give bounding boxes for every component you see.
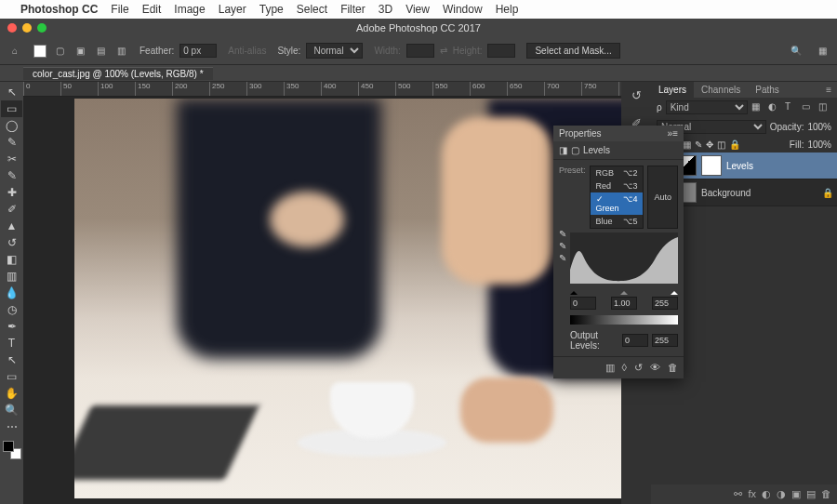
history-icon[interactable]: ↺ [627,86,645,104]
channel-option-blue[interactable]: Blue⌥5 [591,215,644,228]
channel-option-red[interactable]: Red⌥3 [591,179,644,192]
menu-type[interactable]: Type [259,3,284,16]
quick-select-tool[interactable]: ✎ [1,134,22,151]
delete-layer-icon[interactable]: 🗑 [821,488,831,500]
lock-position-icon[interactable]: ✥ [706,139,713,150]
clone-stamp-tool[interactable]: ▲ [1,218,22,234]
type-tool[interactable]: T [1,335,22,351]
black-eyedropper-icon[interactable]: ✎ [559,229,566,239]
view-previous-icon[interactable]: ◊ [622,362,627,374]
eraser-tool[interactable]: ◧ [1,251,22,268]
link-layers-icon[interactable]: ⚯ [734,488,742,500]
window-maximize[interactable] [37,23,46,33]
lock-transparency-icon[interactable]: ▦ [683,139,691,150]
menu-select[interactable]: Select [297,3,327,16]
lock-pixels-icon[interactable]: ✎ [695,139,702,150]
brush-tool[interactable]: ✐ [1,201,22,218]
menu-layer[interactable]: Layer [219,3,246,16]
filter-type-icon[interactable]: T [785,101,798,114]
gradient-tool[interactable]: ▥ [1,268,22,285]
edit-toolbar[interactable]: ⋯ [1,418,22,435]
filter-smart-icon[interactable]: ◫ [818,101,831,114]
tab-channels[interactable]: Channels [694,82,748,98]
window-minimize[interactable] [22,23,32,33]
properties-collapse-icon[interactable]: »≡ [668,128,678,139]
crop-tool[interactable]: ✂ [1,151,22,167]
marquee-tool[interactable]: ▭ [1,100,22,117]
kind-select[interactable]: Kind [666,100,748,114]
zoom-tool[interactable]: 🔍 [1,402,22,418]
menu-view[interactable]: View [405,3,430,16]
layer-mask-thumb[interactable] [701,155,722,176]
rectangle-tool[interactable]: ▭ [1,368,22,385]
filter-shape-icon[interactable]: ▭ [802,101,815,114]
marquee-icon[interactable] [33,45,46,58]
history-brush-tool[interactable]: ↺ [1,234,22,251]
output-gradient[interactable] [570,315,678,325]
layer-group-icon[interactable]: ▣ [791,488,801,500]
input-white[interactable] [652,297,678,310]
new-selection-icon[interactable]: ▢ [52,44,67,59]
menu-file[interactable]: File [111,3,128,16]
eyedropper-tool[interactable]: ✎ [1,167,22,184]
output-white[interactable] [652,334,678,347]
add-selection-icon[interactable]: ▣ [73,44,87,59]
channel-option-green[interactable]: ✓ Green⌥4 [591,192,644,215]
feather-input[interactable] [179,44,217,58]
menu-help[interactable]: Help [496,3,519,16]
spot-heal-tool[interactable]: ✚ [1,184,22,201]
layer-fx-icon[interactable]: fx [748,488,756,500]
menu-image[interactable]: Image [174,3,205,16]
layer-mask-icon[interactable]: ◐ [762,488,771,500]
menu-edit[interactable]: Edit [142,3,162,16]
input-mid[interactable] [611,297,637,310]
lock-artboard-icon[interactable]: ◫ [717,139,725,150]
menu-filter[interactable]: Filter [340,3,365,16]
document-canvas[interactable] [74,99,621,498]
fill-value[interactable]: 100% [807,139,831,150]
properties-panel[interactable]: Properties »≡ ◨ ▢ Levels Preset: RGB⌥2Re… [553,126,684,378]
adjustment-layer-icon[interactable]: ◑ [777,488,786,500]
tab-layers[interactable]: Layers [651,82,694,98]
input-black[interactable] [570,297,596,310]
document-tab[interactable]: color_cast.jpg @ 100% (Levels, RGB/8) * [23,67,213,80]
output-black[interactable] [622,334,648,347]
filter-pixel-icon[interactable]: ▦ [751,101,764,114]
titlebar: Adobe Photoshop CC 2017 [0,19,837,37]
workspace-icon[interactable]: ▦ [815,44,830,59]
channel-option-rgb[interactable]: RGB⌥2 [591,166,644,179]
input-sliders[interactable] [570,287,678,297]
panel-menu-icon[interactable]: ≡ [820,82,837,98]
window-close[interactable] [7,23,17,33]
lasso-tool[interactable]: ◯ [1,117,22,134]
blur-tool[interactable]: 💧 [1,285,22,301]
path-select-tool[interactable]: ↖ [1,351,22,368]
dodge-tool[interactable]: ◷ [1,301,22,318]
hand-tool[interactable]: ✋ [1,385,22,402]
app-menu[interactable]: Photoshop CC [20,3,98,16]
toggle-visibility-icon[interactable]: 👁 [650,362,660,374]
subtract-selection-icon[interactable]: ▤ [93,44,108,59]
menu-window[interactable]: Window [443,3,483,16]
tab-paths[interactable]: Paths [748,82,787,98]
search-icon[interactable]: 🔍 [789,44,804,59]
white-eyedropper-icon[interactable]: ✎ [559,253,566,263]
new-layer-icon[interactable]: ▤ [806,488,816,500]
lock-all-icon[interactable]: 🔒 [729,139,740,150]
select-and-mask-button[interactable]: Select and Mask... [526,43,619,59]
clip-to-layer-icon[interactable]: ▥ [605,362,615,374]
pen-tool[interactable]: ✒ [1,318,22,335]
color-swatches[interactable] [3,441,21,459]
filter-adjust-icon[interactable]: ◐ [768,101,781,114]
opacity-value[interactable]: 100% [807,122,831,132]
reset-icon[interactable]: ↺ [634,362,643,374]
gray-eyedropper-icon[interactable]: ✎ [559,241,566,251]
home-icon[interactable]: ⌂ [7,44,22,59]
delete-adjustment-icon[interactable]: 🗑 [668,362,678,374]
channel-select-open[interactable]: RGB⌥2Red⌥3✓ Green⌥4Blue⌥5 [590,166,644,229]
intersect-selection-icon[interactable]: ▥ [113,44,128,59]
style-select[interactable]: Normal [306,43,363,59]
auto-button[interactable]: Auto [647,166,678,229]
move-tool[interactable]: ↖ [1,84,22,100]
menu-3d[interactable]: 3D [379,3,392,16]
